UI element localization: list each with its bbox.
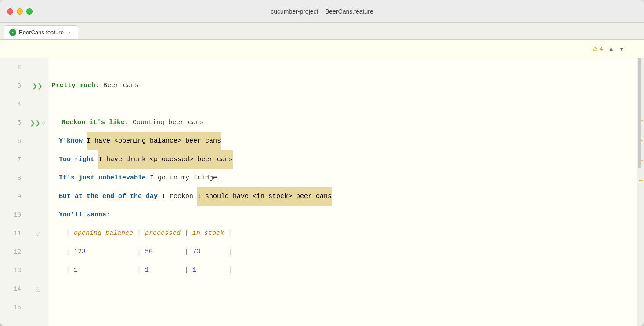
gutter-3: ❯❯ <box>26 77 48 95</box>
error-mark-4 <box>639 180 643 181</box>
gutter-9 <box>26 187 48 206</box>
tab-close-button[interactable]: × <box>66 29 72 36</box>
gutter-4 <box>26 95 48 114</box>
warning-indicator: ⚠ 4 <box>593 45 603 52</box>
nav-down-button[interactable]: ▼ <box>617 44 626 53</box>
gutter: ❯❯ ❯❯ ▽ ▽ △ <box>26 40 48 326</box>
line-num-7: 7 <box>0 150 26 169</box>
code-line-9: But at the end of the day I reckon I sho… <box>48 187 637 206</box>
fold-arrow-5[interactable]: ❯❯ <box>30 119 40 126</box>
step-highlight-9: I should have <in stock> beer cans <box>197 187 332 206</box>
scrollbar[interactable] <box>637 40 644 326</box>
gutter-icon-14: △ <box>36 286 40 292</box>
step-highlight-6: I have <opening balance> beer cans <box>87 132 221 150</box>
scrollbar-thumb[interactable] <box>638 54 641 168</box>
maximize-button[interactable] <box>26 8 33 15</box>
step-keyword-7: Too right <box>59 150 94 169</box>
nav-up-button[interactable]: ▲ <box>606 44 616 53</box>
fold-arrow-3[interactable]: ❯❯ <box>32 82 43 89</box>
line-numbers: 1 2 3 4 5 6 7 8 9 10 11 12 13 14 15 <box>0 40 26 326</box>
data-row2-col2: 1 <box>145 261 149 280</box>
traffic-lights <box>7 8 33 15</box>
data-row2-col3: 1 <box>192 261 196 280</box>
header-col-2: processed <box>145 224 181 243</box>
code-line-5: Reckon it's like: Counting beer cans <box>48 114 637 132</box>
app-window: cucumber-project – BeerCans.feature Beer… <box>0 0 644 326</box>
line-num-12: 12 <box>0 243 26 261</box>
gutter-icon-11: ▽ <box>36 231 40 237</box>
tabs-bar: BeerCans.feature × <box>0 23 644 40</box>
code-keyword-3: Pretty much: <box>52 77 99 95</box>
code-line-8: It's just unbelievable I go to my fridge <box>48 169 637 187</box>
step-keyword-8: It's just unbelievable <box>59 169 146 187</box>
code-line-12: | 123 | 50 | 73 | <box>48 243 637 261</box>
code-line-3: Pretty much: Beer cans <box>48 77 637 95</box>
data-row1-col1: 123 <box>74 243 86 261</box>
line-num-6: 6 <box>0 132 26 150</box>
step-keyword-10: You'll wanna: <box>59 206 110 224</box>
data-row1-col3: 73 <box>192 243 200 261</box>
gutter-13 <box>26 261 48 280</box>
code-keyword-5: Reckon it's like: <box>62 114 129 132</box>
step-highlight-7: I have drunk <processed> beer cans <box>98 150 233 169</box>
gutter-icon-5: ▽ <box>41 120 45 126</box>
code-line-13: | 1 | 1 | 1 | <box>48 261 637 280</box>
code-line-4 <box>48 95 637 114</box>
line-num-3: 3 <box>0 77 26 95</box>
line-num-4: 4 <box>0 95 26 114</box>
window-title: cucumber-project – BeerCans.feature <box>271 8 373 15</box>
warning-icon: ⚠ <box>593 45 598 52</box>
data-row1-col2: 50 <box>145 243 153 261</box>
code-line-2 <box>48 58 637 77</box>
gutter-15 <box>26 298 48 317</box>
code-line-14 <box>48 280 637 298</box>
line-num-11: 11 <box>0 224 26 243</box>
line-num-5: 5 <box>0 114 26 132</box>
title-bar: cucumber-project – BeerCans.feature <box>0 0 644 23</box>
header-col-3: in stock <box>192 224 224 243</box>
gutter-2 <box>26 58 48 77</box>
gutter-14: △ <box>26 280 48 298</box>
tab-label: BeerCans.feature <box>19 29 64 36</box>
line-num-8: 8 <box>0 169 26 187</box>
close-button[interactable] <box>7 8 13 15</box>
editor-area: ⚠ 4 ▲ ▼ 1 2 3 4 5 6 7 8 9 10 11 12 13 14… <box>0 40 644 326</box>
gutter-8 <box>26 169 48 187</box>
code-line-6: Y'know I have <opening balance> beer can… <box>48 132 637 150</box>
line-num-15: 15 <box>0 298 26 317</box>
code-line-15 <box>48 298 637 317</box>
minimize-button[interactable] <box>17 8 23 15</box>
tab-beercans[interactable]: BeerCans.feature × <box>4 25 78 39</box>
header-col-1: opening balance <box>74 224 133 243</box>
gutter-5: ❯❯ ▽ <box>26 114 48 132</box>
gutter-7 <box>26 150 48 169</box>
data-row2-col1: 1 <box>74 261 78 280</box>
step-keyword-9: But at the end of the day <box>59 187 158 206</box>
gutter-10 <box>26 206 48 224</box>
warning-count: 4 <box>600 45 603 52</box>
code-line-10: You'll wanna: <box>48 206 637 224</box>
gutter-12 <box>26 243 48 261</box>
code-line-11: | opening balance | processed | in stock… <box>48 224 637 243</box>
line-num-9: 9 <box>0 187 26 206</box>
line-num-2: 2 <box>0 58 26 77</box>
line-num-13: 13 <box>0 261 26 280</box>
cucumber-icon <box>9 29 16 36</box>
code-editor[interactable]: # language: en-au Pretty much: Beer cans… <box>48 40 637 326</box>
line-num-10: 10 <box>0 206 26 224</box>
step-keyword-6: Y'know <box>59 132 83 150</box>
code-line-7: Too right I have drunk <processed> beer … <box>48 150 637 169</box>
line-num-14: 14 <box>0 280 26 298</box>
gutter-11: ▽ <box>26 224 48 243</box>
gutter-6 <box>26 132 48 150</box>
